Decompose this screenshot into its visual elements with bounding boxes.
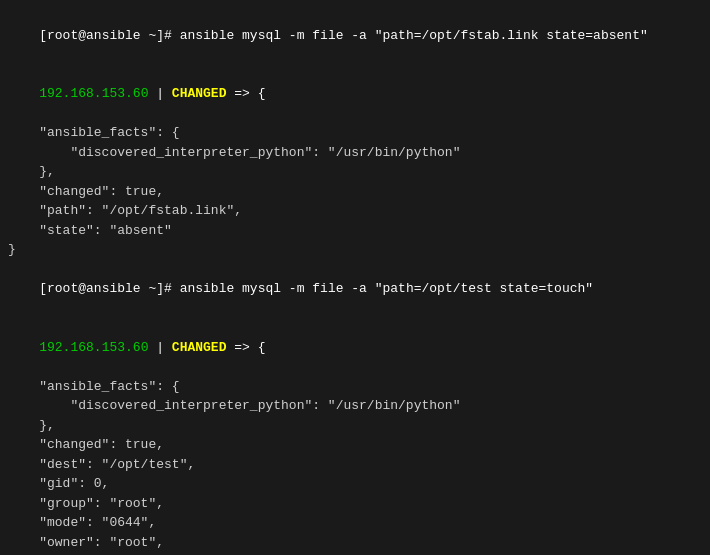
out-2-9: "owner": "root", bbox=[8, 533, 702, 553]
arrow-1: => { bbox=[226, 86, 265, 101]
out-2-1: "ansible_facts": { bbox=[8, 377, 702, 397]
out-2-3: }, bbox=[8, 416, 702, 436]
out-2-5: "dest": "/opt/test", bbox=[8, 455, 702, 475]
changed-1: CHANGED bbox=[172, 86, 227, 101]
out-2-7: "group": "root", bbox=[8, 494, 702, 514]
changed-2: CHANGED bbox=[172, 340, 227, 355]
out-1-4: "changed": true, bbox=[8, 182, 702, 202]
out-1-2: "discovered_interpreter_python": "/usr/b… bbox=[8, 143, 702, 163]
out-1-5: "path": "/opt/fstab.link", bbox=[8, 201, 702, 221]
out-1-1: "ansible_facts": { bbox=[8, 123, 702, 143]
cmd-1: ansible mysql -m file -a "path=/opt/fsta… bbox=[180, 28, 648, 43]
out-1-3: }, bbox=[8, 162, 702, 182]
terminal: [root@ansible ~]# ansible mysql -m file … bbox=[8, 6, 702, 555]
cmd-2: ansible mysql -m file -a "path=/opt/test… bbox=[180, 281, 593, 296]
out-1-6: "state": "absent" bbox=[8, 221, 702, 241]
out-2-8: "mode": "0644", bbox=[8, 513, 702, 533]
ip-2: 192.168.153.60 bbox=[39, 340, 148, 355]
output-header-2: 192.168.153.60 | CHANGED => { bbox=[8, 318, 702, 377]
ip-1: 192.168.153.60 bbox=[39, 86, 148, 101]
prompt-1: [root@ansible ~]# bbox=[39, 28, 179, 43]
out-2-6: "gid": 0, bbox=[8, 474, 702, 494]
pipe-1: | bbox=[148, 86, 171, 101]
pipe-2: | bbox=[148, 340, 171, 355]
arrow-2: => { bbox=[226, 340, 265, 355]
out-2-4: "changed": true, bbox=[8, 435, 702, 455]
out-1-7: } bbox=[8, 240, 702, 260]
output-header-1: 192.168.153.60 | CHANGED => { bbox=[8, 65, 702, 124]
prompt-2: [root@ansible ~]# bbox=[39, 281, 179, 296]
command-line-1: [root@ansible ~]# ansible mysql -m file … bbox=[8, 6, 702, 65]
command-line-2: [root@ansible ~]# ansible mysql -m file … bbox=[8, 260, 702, 319]
out-2-2: "discovered_interpreter_python": "/usr/b… bbox=[8, 396, 702, 416]
